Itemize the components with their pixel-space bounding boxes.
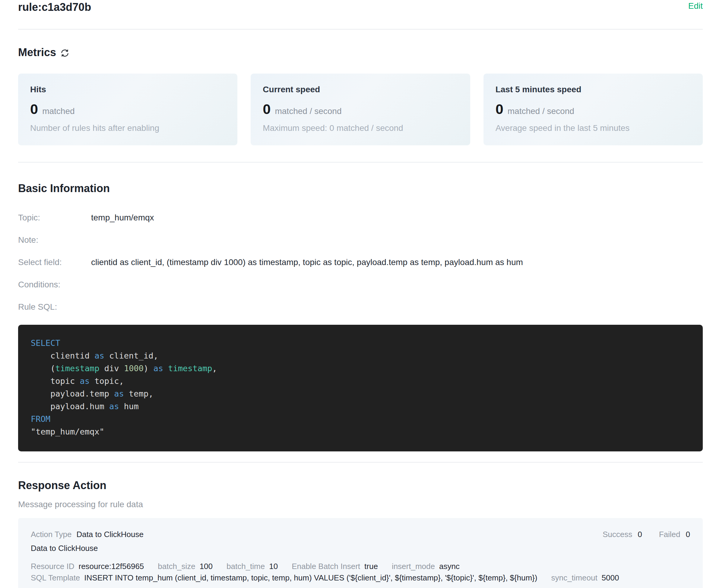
rule-detail-page: rule:c1a3d70b Edit Metrics Hits 0 matche…	[0, 0, 707, 588]
sql-token: 1000	[124, 364, 143, 373]
sql-token: )	[143, 364, 154, 373]
property-value: true	[364, 561, 378, 571]
metric-card-title: Current speed	[263, 84, 458, 95]
metric-description: Maximum speed: 0 matched / second	[263, 123, 458, 133]
sql-token: as	[94, 351, 104, 360]
property-value: 10	[269, 561, 278, 571]
sql-code-line: topic as topic,	[31, 375, 694, 387]
sql-token	[163, 364, 168, 373]
action-type-label: Action Type	[31, 529, 71, 539]
metric-value-row: 0 matched / second	[496, 101, 691, 117]
property-value: INSERT INTO temp_hum (client_id, timesta…	[84, 573, 537, 583]
action-property-sync-timeout: sync_timeout5000	[551, 573, 619, 583]
property-label: Resource ID	[31, 561, 74, 571]
metric-value-row: 0 matched / second	[263, 101, 458, 117]
property-label: batch_size	[158, 561, 195, 571]
property-value: async	[439, 561, 460, 571]
sql-code-line: FROM	[31, 413, 694, 425]
info-row-conditions: Conditions:	[18, 279, 703, 290]
metric-card-title: Hits	[30, 84, 225, 95]
property-value: 100	[200, 561, 213, 571]
action-type: Action Type Data to ClickHouse	[31, 529, 143, 539]
info-row-note: Note:	[18, 235, 703, 245]
info-value: clientid as client_id, (timestamp div 10…	[91, 257, 523, 268]
failed-stat: Failed 0	[659, 529, 690, 539]
property-value: 5000	[602, 573, 619, 583]
page-title: rule:c1a3d70b	[18, 1, 91, 14]
success-stat: Success 0	[603, 529, 642, 539]
success-label: Success	[603, 529, 632, 539]
info-row-topic: Topic: temp_hum/emqx	[18, 213, 703, 223]
property-label: batch_time	[227, 561, 265, 571]
metric-unit: matched / second	[275, 106, 341, 116]
metric-card-current-speed: Current speed 0 matched / second Maximum…	[250, 74, 470, 145]
action-card: Action Type Data to ClickHouse Success 0…	[18, 518, 703, 588]
sql-token: as	[80, 376, 90, 386]
failed-value: 0	[686, 529, 690, 539]
sql-token: client_id,	[104, 351, 158, 360]
metric-value: 0	[30, 101, 38, 117]
action-property-batch-size: batch_size100	[158, 561, 213, 571]
edit-link[interactable]: Edit	[688, 1, 703, 11]
action-property-enable-batch-insert: Enable Batch Inserttrue	[292, 561, 378, 571]
metrics-heading: Metrics	[18, 46, 56, 59]
response-action-heading: Response Action	[18, 479, 703, 492]
sql-code-line: SELECT	[31, 337, 694, 349]
info-row-rule-sql: Rule SQL:	[18, 302, 703, 312]
info-label: Topic:	[18, 213, 91, 223]
action-stats: Success 0 Failed 0	[603, 529, 690, 539]
metric-cards: Hits 0 matched Number of rules hits afte…	[18, 74, 703, 145]
metric-value: 0	[263, 101, 271, 117]
metric-description: Number of rules hits after enabling	[30, 123, 225, 133]
sql-token: hum	[119, 402, 139, 411]
action-properties: Resource IDresource:12f56965batch_size10…	[31, 561, 690, 583]
divider	[18, 162, 703, 163]
sql-code-line: payload.temp as temp,	[31, 387, 694, 400]
sql-token: payload.temp	[31, 389, 114, 398]
action-property-batch-time: batch_time10	[227, 561, 278, 571]
info-row-select-field: Select field: clientid as client_id, (ti…	[18, 257, 703, 268]
action-property-sql-template: SQL TemplateINSERT INTO temp_hum (client…	[31, 573, 537, 583]
metric-card-title: Last 5 minutes speed	[496, 84, 691, 95]
action-type-value: Data to ClickHouse	[76, 529, 143, 539]
sql-token: as	[114, 389, 124, 398]
refresh-icon[interactable]	[60, 48, 69, 58]
sql-token: as	[153, 364, 163, 373]
property-label: sync_timeout	[551, 573, 597, 583]
sql-token: div	[100, 364, 124, 373]
sql-token: timestamp	[55, 364, 99, 373]
metric-value-row: 0 matched	[30, 101, 225, 117]
sql-token: temp,	[124, 389, 154, 398]
metrics-heading-row: Metrics	[18, 46, 703, 59]
divider	[18, 29, 703, 30]
sql-code-line: "temp_hum/emqx"	[31, 425, 694, 438]
page-header: rule:c1a3d70b Edit	[18, 1, 703, 14]
info-label: Select field:	[18, 257, 91, 268]
sql-token: FROM	[31, 414, 50, 424]
property-label: insert_mode	[392, 561, 435, 571]
property-value: resource:12f56965	[79, 561, 144, 571]
sql-token: (	[31, 364, 55, 373]
action-card-header: Action Type Data to ClickHouse Success 0…	[31, 529, 690, 539]
info-label: Conditions:	[18, 279, 91, 290]
action-property-resource-id: Resource IDresource:12f56965	[31, 561, 144, 571]
success-value: 0	[638, 529, 642, 539]
basic-information-rows: Topic: temp_hum/emqx Note: Select field:…	[18, 213, 703, 312]
metric-card-hits: Hits 0 matched Number of rules hits afte…	[18, 74, 237, 145]
action-name: Data to ClickHouse	[31, 543, 690, 553]
sql-token: "temp_hum/emqx"	[31, 427, 104, 436]
rule-sql-code-block: SELECT clientid as client_id, (timestamp…	[18, 325, 703, 451]
sql-code-line: payload.hum as hum	[31, 400, 694, 413]
sql-token: SELECT	[31, 338, 60, 348]
info-label: Note:	[18, 235, 91, 245]
info-value: temp_hum/emqx	[91, 213, 154, 223]
metric-value: 0	[496, 101, 503, 117]
basic-information-heading: Basic Information	[18, 182, 703, 195]
sql-token: as	[109, 402, 119, 411]
metric-unit: matched	[42, 106, 74, 116]
sql-token: ,	[212, 364, 217, 373]
divider	[18, 462, 703, 462]
sql-token: topic,	[90, 376, 124, 386]
sql-token: topic	[31, 376, 80, 386]
metric-unit: matched / second	[508, 106, 574, 116]
